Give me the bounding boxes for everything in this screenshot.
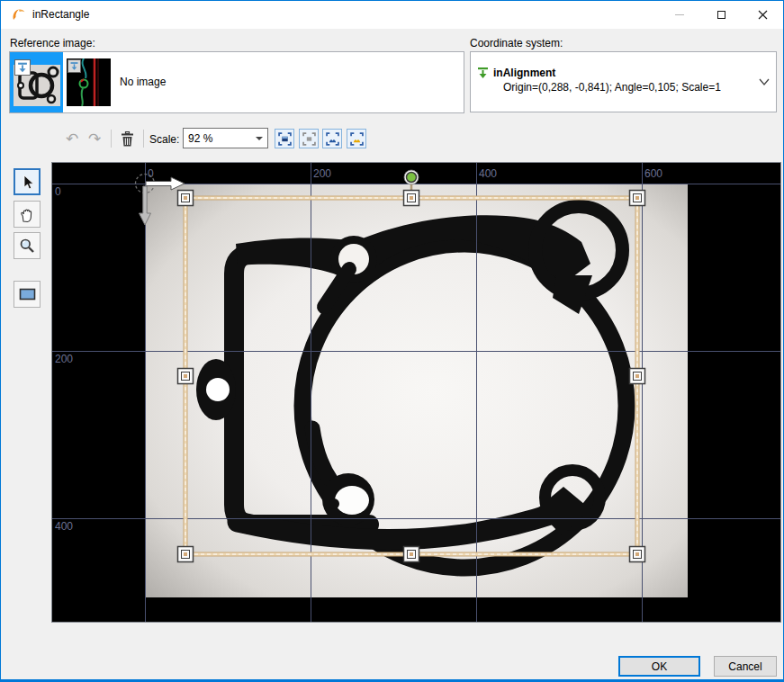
rectangle-tool-button[interactable] [14, 281, 41, 308]
reference-thumbnail-edges[interactable] [66, 52, 113, 112]
delete-button[interactable] [117, 129, 137, 148]
redo-icon: ↷ [88, 131, 101, 147]
scale-value: 92 % [188, 132, 212, 145]
handle-middle-right[interactable] [630, 369, 645, 384]
redo-button[interactable]: ↷ [85, 129, 104, 148]
ok-button[interactable]: OK [618, 656, 700, 677]
cursor-arrow-icon [20, 174, 35, 190]
undo-icon: ↶ [66, 131, 78, 147]
no-image-option[interactable]: No image [120, 76, 166, 88]
ruler-x-label: 400 [479, 167, 497, 180]
handle-bottom-center[interactable] [404, 547, 419, 562]
dialog-window: inRectangle Reference image: [0, 0, 784, 682]
alignment-port-icon [477, 67, 489, 80]
hand-icon [19, 206, 35, 223]
ruler-y-label: 400 [55, 520, 73, 533]
title-bar[interactable]: inRectangle [1, 1, 783, 29]
handle-middle-left[interactable] [178, 369, 194, 384]
toolbar-separator [143, 130, 144, 148]
reference-thumbnail-selected[interactable] [10, 52, 63, 112]
handle-top-center[interactable] [404, 191, 419, 206]
image-editor-canvas[interactable]: 0 200 400 600 0 200 400 [52, 163, 780, 622]
handle-top-right[interactable] [630, 191, 645, 206]
zoom-fit-width-button[interactable] [322, 129, 342, 148]
window-title: inRectangle [32, 8, 89, 21]
zoom-original-size-button[interactable] [299, 129, 319, 148]
reference-image-list[interactable]: No image [9, 51, 464, 113]
trash-icon [121, 131, 134, 147]
scale-dropdown-arrow-icon[interactable] [256, 137, 263, 140]
zoom-tool-button[interactable] [14, 232, 41, 259]
scale-label: Scale: [149, 133, 179, 146]
ruler-x-label: 0 [148, 167, 154, 180]
coordinate-system-details: Origin=(0,288, -0,841); Angle=0,105; Sca… [503, 81, 721, 94]
handle-top-left[interactable] [178, 191, 194, 206]
chevron-down-icon[interactable] [758, 76, 770, 88]
input-port-icon [14, 59, 31, 76]
reference-image-bitmap [145, 184, 688, 597]
coordinate-system-name: inAlignment [493, 67, 555, 79]
maximize-icon [717, 11, 725, 19]
coordinate-system-label: Coordinate system: [470, 37, 563, 49]
ruler-y-label: 0 [55, 185, 61, 198]
close-button[interactable] [742, 1, 783, 28]
reference-image-label: Reference image: [10, 37, 95, 49]
undo-button[interactable]: ↶ [62, 129, 82, 148]
zoom-selection-button[interactable] [347, 129, 366, 148]
close-icon [758, 10, 768, 20]
scale-combobox[interactable]: 92 % [183, 128, 268, 148]
pan-tool-button[interactable] [14, 201, 41, 228]
input-port-icon [68, 59, 81, 73]
minimize-button[interactable] [659, 1, 700, 28]
maximize-button[interactable] [700, 1, 742, 28]
handle-bottom-right[interactable] [630, 547, 645, 562]
coordinate-system-combo[interactable]: inAlignment Origin=(0,288, -0,841); Angl… [470, 51, 777, 112]
minimize-icon [675, 14, 684, 15]
zoom-fit-image-button[interactable] [275, 129, 294, 148]
handle-bottom-left[interactable] [178, 547, 194, 562]
magnifier-icon [19, 238, 35, 254]
zoom-fit-width-icon [326, 132, 339, 146]
ruler-y-label: 200 [55, 353, 73, 365]
zoom-selection-icon [350, 132, 364, 146]
zoom-fit-image-icon [278, 132, 292, 146]
ruler-x-label: 200 [313, 167, 331, 180]
cancel-button[interactable]: Cancel [714, 656, 777, 677]
select-tool-button[interactable] [14, 168, 41, 195]
ruler-x-label: 600 [644, 167, 662, 180]
toolbar-separator [111, 130, 112, 148]
app-logo-icon [11, 7, 26, 22]
zoom-original-size-icon [302, 132, 316, 146]
rectangle-shape-icon [19, 288, 36, 301]
